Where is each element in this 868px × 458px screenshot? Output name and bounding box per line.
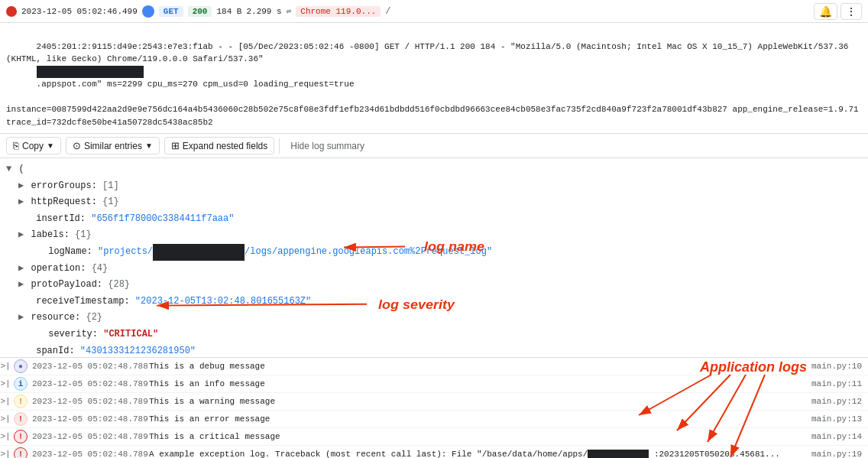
json-toggle-httpRequest[interactable]: ▶ (18, 194, 24, 211)
similar-entries-button[interactable]: ⊙ Similar entries ▼ (66, 137, 160, 154)
log-row-message-2: This is a warning message (149, 397, 811, 406)
copy-icon: ⎘ (13, 140, 19, 151)
json-field-logName: logName: "projects/ /logs/appengine.goog… (6, 244, 862, 261)
http-status-badge: 200 (188, 6, 212, 17)
log-row-timestamp-2: 2023-12-05 05:02:48.789 (31, 397, 149, 406)
log-row-file-5: main.py:19 (811, 450, 868, 458)
json-field-httpRequest: ▶ httpRequest: {1} (6, 194, 862, 211)
hide-summary-button[interactable]: Hide log summary (284, 138, 371, 154)
response-size: 184 B (216, 7, 241, 16)
severity-critical-icon-4: ! (14, 430, 28, 443)
log-row-message-5: A example exception log. Traceback (most… (149, 450, 811, 458)
severity-info-icon-1: i (14, 377, 28, 391)
json-field-severity: severity: "CRITICAL" (6, 326, 862, 343)
log-row-expand-icon-4[interactable]: >| (0, 432, 11, 441)
log-row-expand-icon-1[interactable]: >| (0, 379, 11, 388)
json-field-spanId: spanId: "4301333121236281950" (6, 343, 862, 357)
log-row-expand-icon-2[interactable]: >| (0, 397, 11, 406)
json-toggle-operation[interactable]: ▶ (18, 261, 24, 278)
copy-label: Copy (22, 141, 44, 151)
similar-icon: ⊙ (73, 140, 81, 151)
log-text-area: 2405:201:2:9115:d49e:2543:e7e3:f1ab - - … (0, 23, 868, 134)
json-field-errorGroups: ▶ errorGroups: [1] (6, 178, 862, 195)
json-toggle-resource[interactable]: ▶ (18, 310, 24, 326)
expand-label: Expand nested fields (183, 141, 267, 151)
log-row-timestamp-1: 2023-12-05 05:02:48.789 (31, 379, 149, 388)
bell-button[interactable]: 🔔 (814, 3, 837, 20)
json-panel-container: ▼ ( ▶ errorGroups: [1] ▶ httpRequest: {1… (0, 158, 868, 357)
expand-nested-button[interactable]: ⊞ Expand nested fields (164, 137, 274, 154)
severity-warning-icon-2: ! (14, 395, 28, 408)
expand-icon: ⊞ (171, 140, 180, 151)
json-field-operation: ▶ operation: {4} (6, 261, 862, 278)
log-row-file-3: main.py:13 (811, 414, 868, 424)
log-row-message-3: This is an error message (149, 414, 811, 424)
json-toggle-labels[interactable]: ▶ (18, 227, 24, 244)
top-bar: 2023-12-05 05:02:46.499 GET 200 184 B 2.… (0, 0, 868, 23)
json-field-labels: ▶ labels: {1} (6, 227, 862, 244)
json-root-open: ▼ ( (6, 161, 862, 178)
json-field-resource: ▶ resource: {2} (6, 310, 862, 326)
log-line-3: trace_id=732dcf8e50be41a50728dc5438ac85b… (6, 116, 862, 129)
json-field-receiveTimestamp: receiveTimestamp: "2023-12-05T13:02:48.8… (6, 294, 862, 310)
log-row-timestamp-0: 2023-12-05 05:02:48.788 (31, 362, 149, 371)
log-row-4[interactable]: >| ! 2023-12-05 05:02:48.789 This is a c… (0, 428, 868, 446)
json-toggle-errorGroups[interactable]: ▶ (18, 178, 24, 195)
error-indicator-icon (6, 6, 17, 17)
top-bar-right: 🔔 ⋮ (814, 3, 862, 20)
severity-error-icon-3: ! (14, 412, 28, 426)
log-row-message-1: This is an info message (149, 379, 811, 388)
severity-debug-icon-0: ● (14, 359, 28, 373)
log-line-1: 2405:201:2:9115:d49e:2543:e7e3:f1ab - - … (6, 28, 862, 103)
log-row-timestamp-5: 2023-12-05 05:02:48.789 (31, 450, 149, 458)
log-row-message-0: This is a debug message (149, 362, 811, 371)
similar-label: Similar entries (84, 141, 142, 151)
log-row-file-4: main.py:14 (811, 432, 868, 441)
toolbar: ⎘ Copy ▼ ⊙ Similar entries ▼ ⊞ Expand ne… (0, 134, 868, 158)
log-timestamp: 2023-12-05 05:02:46.499 (21, 7, 138, 16)
menu-button[interactable]: ⋮ (840, 3, 862, 20)
copy-chevron-icon: ▼ (47, 141, 54, 150)
severity-critical-icon-5: ! (14, 447, 28, 458)
copy-button[interactable]: ⎘ Copy ▼ (6, 137, 61, 154)
json-field-insertId: insertId: "656f1f78000c3384411f7aaa" (6, 211, 862, 228)
hide-label: Hide log summary (290, 141, 364, 151)
log-row-timestamp-4: 2023-12-05 05:02:48.789 (31, 432, 149, 441)
toolbar-separator (279, 138, 280, 154)
log-row-timestamp-3: 2023-12-05 05:02:48.789 (31, 414, 149, 424)
severity-value: "CRITICAL" (103, 326, 158, 343)
response-time: 2.299 s (246, 7, 281, 16)
log-row-2[interactable]: >| ! 2023-12-05 05:02:48.789 This is a w… (0, 393, 868, 411)
log-row-file-2: main.py:12 (811, 397, 868, 406)
browser-badge: Chrome 119.0... (296, 6, 381, 17)
log-row-0[interactable]: >| ● 2023-12-05 05:02:48.788 This is a d… (0, 358, 868, 375)
redacted-domain (37, 66, 144, 79)
log-row-3[interactable]: >| ! 2023-12-05 05:02:48.789 This is an … (0, 411, 868, 428)
log-row-1[interactable]: >| i 2023-12-05 05:02:48.789 This is an … (0, 375, 868, 393)
logname-redacted (153, 244, 245, 261)
google-icon (142, 5, 154, 18)
log-line-2: instance=0087599d422aa2d9e9e756dc164a4b5… (6, 103, 862, 116)
log-row-message-4: This is a critical message (149, 432, 811, 441)
http-method-badge: GET (159, 6, 183, 17)
json-root-toggle[interactable]: ▼ (6, 161, 11, 178)
log-row-expand-icon-5[interactable]: >| (0, 450, 11, 458)
log-row-5[interactable]: >| ! 2023-12-05 05:02:48.789 A example e… (0, 446, 868, 458)
json-toggle-protoPayload[interactable]: ▶ (18, 277, 24, 294)
log-rows: Application logs >| ● 2023-12-05 05:02:4… (0, 357, 868, 458)
log-row-expand-icon-3[interactable]: >| (0, 414, 11, 424)
path-slash: / (385, 6, 390, 17)
log-row-file-1: main.py:11 (811, 379, 868, 388)
similar-chevron-icon: ▼ (145, 141, 153, 150)
log-row-file-0: main.py:10 (811, 362, 868, 371)
top-bar-left: 2023-12-05 05:02:46.499 GET 200 184 B 2.… (6, 5, 808, 18)
main-container: 2023-12-05 05:02:46.499 GET 200 184 B 2.… (0, 0, 868, 458)
json-field-protoPayload: ▶ protoPayload: {28} (6, 277, 862, 294)
gzip-icon: ⇌ (287, 6, 292, 16)
log-row-expand-icon-0[interactable]: >| (0, 362, 11, 371)
json-panel: ▼ ( ▶ errorGroups: [1] ▶ httpRequest: {1… (0, 158, 868, 357)
